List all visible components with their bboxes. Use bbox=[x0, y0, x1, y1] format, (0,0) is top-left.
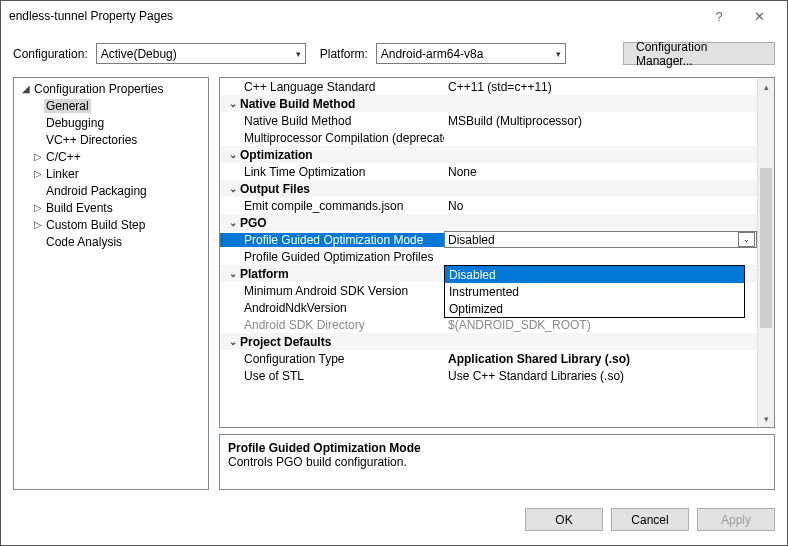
property-name: ⌄Project Defaults bbox=[220, 335, 444, 349]
grid-property-row[interactable]: Android SDK Directory$(ANDROID_SDK_ROOT) bbox=[220, 316, 757, 333]
property-dropdown[interactable]: DisabledInstrumentedOptimized bbox=[444, 265, 745, 318]
collapse-icon: ⌄ bbox=[226, 183, 240, 194]
tree-label: Code Analysis bbox=[44, 235, 124, 249]
tree-item[interactable]: ▷C/C++ bbox=[14, 148, 208, 165]
main-area: ◢Configuration PropertiesGeneralDebuggin… bbox=[1, 77, 787, 498]
collapse-icon: ⌄ bbox=[226, 268, 240, 279]
configuration-combo[interactable]: Active(Debug) ▾ bbox=[96, 43, 306, 64]
tree-root[interactable]: ◢Configuration Properties bbox=[14, 80, 208, 97]
property-value[interactable]: None bbox=[444, 165, 757, 179]
expand-icon[interactable]: ▷ bbox=[32, 202, 44, 213]
property-value[interactable]: Application Shared Library (.so) bbox=[444, 352, 757, 366]
tree-item[interactable]: ▷Build Events bbox=[14, 199, 208, 216]
close-button[interactable]: ✕ bbox=[739, 1, 779, 31]
tree-label: Debugging bbox=[44, 116, 106, 130]
grid-property-row[interactable]: Native Build MethodMSBuild (Multiprocess… bbox=[220, 112, 757, 129]
scrollbar-thumb[interactable] bbox=[760, 168, 772, 328]
property-name: Multiprocessor Compilation (deprecated) bbox=[220, 131, 444, 145]
property-pages-dialog: endless-tunnel Property Pages ? ✕ Config… bbox=[0, 0, 788, 546]
tree-label: Android Packaging bbox=[44, 184, 149, 198]
collapse-icon: ⌄ bbox=[226, 98, 240, 109]
grid-category[interactable]: ⌄Native Build Method bbox=[220, 95, 757, 112]
scroll-up-icon[interactable]: ▴ bbox=[758, 78, 774, 95]
grid-category[interactable]: ⌄Output Files bbox=[220, 180, 757, 197]
property-name: Native Build Method bbox=[220, 114, 444, 128]
platform-combo[interactable]: Android-arm64-v8a ▾ bbox=[376, 43, 566, 64]
dropdown-option[interactable]: Disabled bbox=[445, 266, 744, 283]
property-name: Minimum Android SDK Version bbox=[220, 284, 444, 298]
window-title: endless-tunnel Property Pages bbox=[9, 9, 699, 23]
chevron-down-icon: ▾ bbox=[556, 49, 561, 59]
property-name: Emit compile_commands.json bbox=[220, 199, 444, 213]
dropdown-button[interactable]: ⌄ bbox=[738, 232, 755, 247]
property-name: ⌄PGO bbox=[220, 216, 444, 230]
grid-property-row[interactable]: Use of STLUse C++ Standard Libraries (.s… bbox=[220, 367, 757, 384]
description-title: Profile Guided Optimization Mode bbox=[228, 441, 766, 455]
configuration-bar: Configuration: Active(Debug) ▾ Platform:… bbox=[1, 31, 787, 77]
cancel-button[interactable]: Cancel bbox=[611, 508, 689, 531]
property-name: C++ Language Standard bbox=[220, 80, 444, 94]
tree-item[interactable]: ▷Linker bbox=[14, 165, 208, 182]
tree-item[interactable]: General bbox=[14, 97, 208, 114]
tree-label: Custom Build Step bbox=[44, 218, 147, 232]
property-grid-container: C++ Language StandardC++11 (std=c++11)⌄N… bbox=[219, 77, 775, 428]
property-name: Use of STL bbox=[220, 369, 444, 383]
grid-property-row[interactable]: Emit compile_commands.jsonNo bbox=[220, 197, 757, 214]
grid-property-row[interactable]: C++ Language StandardC++11 (std=c++11) bbox=[220, 78, 757, 95]
grid-property-row[interactable]: Profile Guided Optimization ModeDisabled… bbox=[220, 231, 757, 248]
tree-label: C/C++ bbox=[44, 150, 83, 164]
collapse-icon: ⌄ bbox=[226, 217, 240, 228]
configuration-value: Active(Debug) bbox=[101, 47, 177, 61]
platform-label: Platform: bbox=[320, 47, 368, 61]
titlebar: endless-tunnel Property Pages ? ✕ bbox=[1, 1, 787, 31]
tree-item[interactable]: Debugging bbox=[14, 114, 208, 131]
expand-icon[interactable]: ▷ bbox=[32, 151, 44, 162]
property-value[interactable]: No bbox=[444, 199, 757, 213]
property-value[interactable]: Disabled⌄ bbox=[444, 231, 757, 248]
property-value[interactable]: C++11 (std=c++11) bbox=[444, 80, 757, 94]
property-name: ⌄Platform bbox=[220, 267, 444, 281]
expand-icon[interactable]: ▷ bbox=[32, 168, 44, 179]
scroll-down-icon[interactable]: ▾ bbox=[758, 410, 774, 427]
tree-label: VC++ Directories bbox=[44, 133, 139, 147]
grid-category[interactable]: ⌄Project Defaults bbox=[220, 333, 757, 350]
collapse-icon: ⌄ bbox=[226, 149, 240, 160]
dialog-footer: OK Cancel Apply bbox=[1, 498, 787, 545]
category-tree[interactable]: ◢Configuration PropertiesGeneralDebuggin… bbox=[13, 77, 209, 490]
dropdown-option[interactable]: Instrumented bbox=[445, 283, 744, 300]
property-name: Android SDK Directory bbox=[220, 318, 444, 332]
tree-item[interactable]: Code Analysis bbox=[14, 233, 208, 250]
tree-label: General bbox=[44, 99, 91, 113]
ok-button[interactable]: OK bbox=[525, 508, 603, 531]
collapse-icon: ◢ bbox=[20, 83, 32, 94]
right-pane: C++ Language StandardC++11 (std=c++11)⌄N… bbox=[219, 77, 775, 490]
grid-category[interactable]: ⌄PGO bbox=[220, 214, 757, 231]
tree-item[interactable]: VC++ Directories bbox=[14, 131, 208, 148]
property-name: ⌄Native Build Method bbox=[220, 97, 444, 111]
grid-property-row[interactable]: Multiprocessor Compilation (deprecated) bbox=[220, 129, 757, 146]
grid-property-row[interactable]: Link Time OptimizationNone bbox=[220, 163, 757, 180]
tree-item[interactable]: Android Packaging bbox=[14, 182, 208, 199]
tree-item[interactable]: ▷Custom Build Step bbox=[14, 216, 208, 233]
grid-property-row[interactable]: Profile Guided Optimization Profiles bbox=[220, 248, 757, 265]
property-value[interactable]: $(ANDROID_SDK_ROOT) bbox=[444, 318, 757, 332]
configuration-manager-button[interactable]: Configuration Manager... bbox=[623, 42, 775, 65]
tree-label: Configuration Properties bbox=[32, 82, 165, 96]
help-button[interactable]: ? bbox=[699, 1, 739, 31]
apply-button[interactable]: Apply bbox=[697, 508, 775, 531]
property-grid[interactable]: C++ Language StandardC++11 (std=c++11)⌄N… bbox=[220, 78, 757, 427]
platform-value: Android-arm64-v8a bbox=[381, 47, 484, 61]
property-value[interactable]: MSBuild (Multiprocessor) bbox=[444, 114, 757, 128]
property-name: ⌄Output Files bbox=[220, 182, 444, 196]
configuration-label: Configuration: bbox=[13, 47, 88, 61]
expand-icon[interactable]: ▷ bbox=[32, 219, 44, 230]
chevron-down-icon: ▾ bbox=[296, 49, 301, 59]
property-value[interactable]: Use C++ Standard Libraries (.so) bbox=[444, 369, 757, 383]
vertical-scrollbar[interactable]: ▴ ▾ bbox=[757, 78, 774, 427]
property-name: Profile Guided Optimization Mode bbox=[220, 233, 444, 247]
property-name: Profile Guided Optimization Profiles bbox=[220, 250, 444, 264]
grid-category[interactable]: ⌄Optimization bbox=[220, 146, 757, 163]
property-name: ⌄Optimization bbox=[220, 148, 444, 162]
grid-property-row[interactable]: Configuration TypeApplication Shared Lib… bbox=[220, 350, 757, 367]
dropdown-option[interactable]: Optimized bbox=[445, 300, 744, 317]
